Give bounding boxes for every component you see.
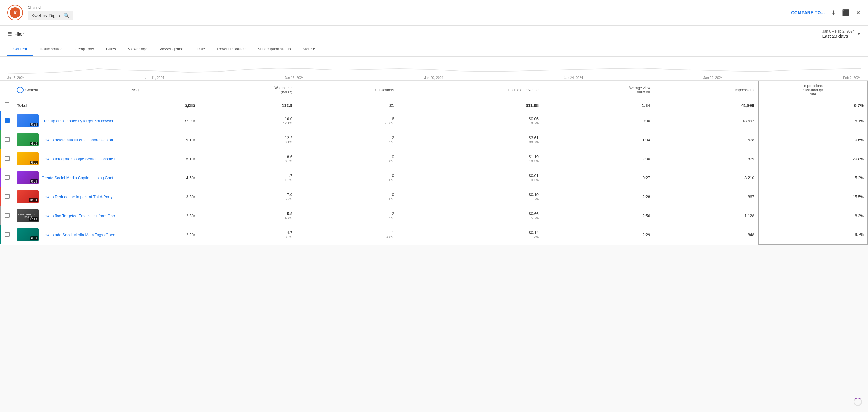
row1-checkbox[interactable] — [5, 118, 10, 123]
row3-ns: 5.1% — [128, 149, 198, 168]
chart-date-6: Jan 29, 2024 — [704, 76, 723, 79]
tab-cities[interactable]: Cities — [100, 42, 122, 56]
row5-title[interactable]: How to Reduce the Impact of Third-Party … — [41, 195, 119, 199]
row5-sub-sub: 0.0% — [387, 197, 394, 201]
row6-ctr: 8.3% — [758, 206, 868, 225]
row3-subscribers: 0 0.0% — [296, 149, 398, 168]
row6-sub-main: 2 — [392, 211, 394, 216]
row7-title[interactable]: How to add Socal Media Meta Tags (Open G… — [41, 233, 119, 237]
tab-viewer-age[interactable]: Viewer age — [122, 42, 153, 56]
close-icon[interactable]: ✕ — [856, 9, 861, 16]
col-header-watch-time: Watch time(hours) — [198, 81, 296, 99]
row2-title[interactable]: How to delete autofill email addresses o… — [41, 138, 119, 142]
row5-avg-duration: 2:28 — [542, 187, 654, 206]
row7-sub-sub: 4.8% — [387, 235, 394, 239]
row6-subscribers: 2 9.5% — [296, 206, 398, 225]
row4-duration: 0:38 — [30, 179, 38, 183]
row2-content: 4:52 How to delete autofill email addres… — [13, 130, 128, 149]
tab-date[interactable]: Date — [191, 42, 211, 56]
row1-title[interactable]: Free up gmail space by larger:5m keyword… — [41, 119, 119, 123]
tab-traffic-source[interactable]: Traffic source — [33, 42, 69, 56]
total-watch-time: 132.9 — [198, 99, 296, 111]
row4-thumbnail[interactable]: 0:38 — [17, 171, 38, 184]
channel-label: Channel — [28, 5, 73, 10]
tab-geography[interactable]: Geography — [69, 42, 100, 56]
col-header-subscribers: Subscribers — [296, 81, 398, 99]
row6-content: FIND TARGETED 077.198 17:19 How to find … — [13, 206, 128, 225]
row2-rev-sub: 30.9% — [529, 140, 538, 144]
row5-checkbox-cell — [1, 187, 13, 206]
add-metric-icon[interactable]: + — [17, 87, 24, 93]
row7-checkbox[interactable] — [5, 232, 10, 237]
row2-thumbnail[interactable]: 4:52 — [17, 133, 38, 146]
row6-title[interactable]: How to find Targeted Emails List from Go… — [41, 213, 119, 218]
row4-ns: 4.5% — [128, 168, 198, 187]
row6-thumbnail[interactable]: FIND TARGETED 077.198 17:19 — [17, 209, 38, 222]
row6-checkbox[interactable] — [5, 213, 10, 218]
row2-checkbox[interactable] — [5, 137, 10, 142]
row2-wt-sub: 9.1% — [285, 140, 292, 144]
row1-thumbnail[interactable]: 0:26 — [17, 114, 38, 127]
row7-impressions: 848 — [654, 225, 758, 244]
row7-rev-sub: 1.2% — [531, 235, 538, 239]
row1-duration: 0:26 — [30, 123, 38, 127]
row2-impressions: 578 — [654, 130, 758, 149]
row7-checkbox-cell — [1, 225, 13, 244]
row4-revenue: $0.01 0.1% — [398, 168, 542, 187]
row4-sub-sub: 0.0% — [387, 178, 394, 182]
row4-title[interactable]: Create Social Media Captions using ChatG… — [41, 176, 119, 180]
total-checkbox[interactable] — [4, 102, 9, 107]
col-header-avg-view-duration: Average viewduration — [542, 81, 654, 99]
total-checkbox-cell — [1, 99, 13, 111]
row5-wt-main: 7.0 — [287, 193, 292, 197]
filter-icon: ☰ — [7, 31, 12, 37]
download-icon[interactable]: ⬇ — [831, 9, 836, 16]
row4-checkbox[interactable] — [5, 175, 10, 180]
row2-duration: 4:52 — [30, 142, 38, 145]
row3-title[interactable]: How to Integrate Google Search Console t… — [41, 157, 119, 161]
tab-subscription-status[interactable]: Subscription status — [252, 42, 297, 56]
chart-date-3: Jan 15, 2024 — [284, 76, 304, 79]
row3-wt-main: 8.6 — [287, 154, 292, 159]
row7-revenue: $0.14 1.2% — [398, 225, 542, 244]
row3-sub-sub: 0.0% — [387, 159, 394, 163]
row7-thumbnail[interactable]: 6:56 — [17, 228, 38, 241]
row7-wt-sub: 3.5% — [285, 235, 292, 239]
row2-sub-main: 2 — [392, 136, 394, 140]
row5-thumbnail[interactable]: 10:04 — [17, 190, 38, 203]
tab-viewer-gender[interactable]: Viewer gender — [153, 42, 191, 56]
row3-thumbnail[interactable]: 6:01 — [17, 152, 38, 165]
present-icon[interactable]: ⬛ — [842, 9, 849, 16]
row6-wt-main: 5.8 — [287, 211, 292, 216]
logo-icon: k — [10, 7, 21, 18]
chart-date-1: Jan 6, 2024 — [7, 76, 25, 79]
row5-rev-sub: 1.6% — [531, 197, 538, 201]
tabs: Content Traffic source Geography Cities … — [0, 42, 868, 57]
row4-rev-sub: 0.1% — [531, 178, 538, 182]
row7-ctr: 9.7% — [758, 225, 868, 244]
tab-revenue-source[interactable]: Revenue source — [211, 42, 252, 56]
filter-label[interactable]: Filter — [14, 32, 24, 36]
search-icon[interactable]: 🔍 — [64, 13, 70, 19]
channel-info: Channel Kwebby Digital 🔍 — [28, 5, 73, 20]
row1-wt-sub: 12.1% — [283, 122, 292, 125]
row7-content: 6:56 How to add Socal Media Meta Tags (O… — [13, 225, 128, 244]
row4-watch-time: 1.7 1.3% — [198, 168, 296, 187]
row1-watch-time: 16.0 12.1% — [198, 111, 296, 130]
compare-button[interactable]: COMPARE TO... — [791, 10, 825, 15]
row6-impressions: 1,128 — [654, 206, 758, 225]
content-table: + Content NS ↓ Watch time(hours) Subscri… — [0, 81, 868, 245]
channel-selector[interactable]: Kwebby Digital 🔍 — [28, 11, 73, 20]
row3-sub-main: 0 — [392, 154, 394, 159]
col-header-ns[interactable]: NS ↓ — [128, 81, 198, 99]
total-row: Total 5,085 132.9 21 $11.68 1:34 41,998 … — [1, 99, 868, 111]
row3-ctr: 20.8% — [758, 149, 868, 168]
row1-sub-sub: 28.6% — [384, 122, 394, 125]
tab-more[interactable]: More ▾ — [297, 42, 321, 56]
date-range[interactable]: Jan 6 – Feb 2, 2024 Last 28 days ▼ — [822, 29, 861, 39]
row2-sub-sub: 9.5% — [387, 140, 394, 144]
tab-content[interactable]: Content — [7, 42, 33, 56]
row7-wt-main: 4.7 — [287, 230, 292, 235]
row3-checkbox[interactable] — [5, 156, 10, 161]
row5-checkbox[interactable] — [5, 194, 10, 199]
